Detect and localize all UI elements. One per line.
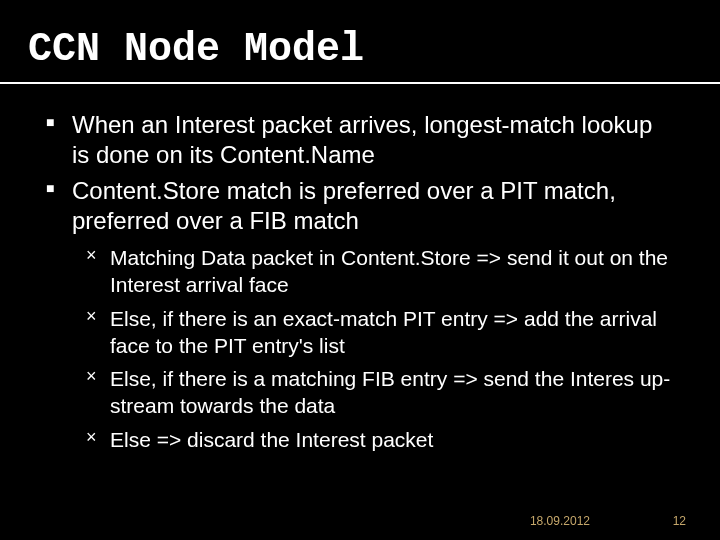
list-item: When an Interest packet arrives, longest… <box>46 110 674 170</box>
slide: CCN Node Model When an Interest packet a… <box>0 0 720 540</box>
bullet-text: When an Interest packet arrives, longest… <box>72 111 652 168</box>
slide-body: When an Interest packet arrives, longest… <box>46 110 674 459</box>
list-item: Matching Data packet in Content.Store =>… <box>86 244 674 299</box>
list-item: Else => discard the Interest packet <box>86 426 674 453</box>
bullet-text: Content.Store match is preferred over a … <box>72 177 616 234</box>
list-item: Else, if there is a matching FIB entry =… <box>86 365 674 420</box>
bullet-list-level1: When an Interest packet arrives, longest… <box>46 110 674 453</box>
list-item: Content.Store match is preferred over a … <box>46 176 674 453</box>
bullet-text: Else, if there is a matching FIB entry =… <box>110 367 670 417</box>
bullet-text: Else => discard the Interest packet <box>110 428 433 451</box>
bullet-text: Else, if there is an exact-match PIT ent… <box>110 307 657 357</box>
footer-page-number: 12 <box>673 514 686 528</box>
bullet-list-level2: Matching Data packet in Content.Store =>… <box>72 244 674 453</box>
slide-title: CCN Node Model <box>28 28 692 72</box>
list-item: Else, if there is an exact-match PIT ent… <box>86 305 674 360</box>
title-underline <box>0 82 720 84</box>
bullet-text: Matching Data packet in Content.Store =>… <box>110 246 668 296</box>
footer-date: 18.09.2012 <box>530 514 590 528</box>
